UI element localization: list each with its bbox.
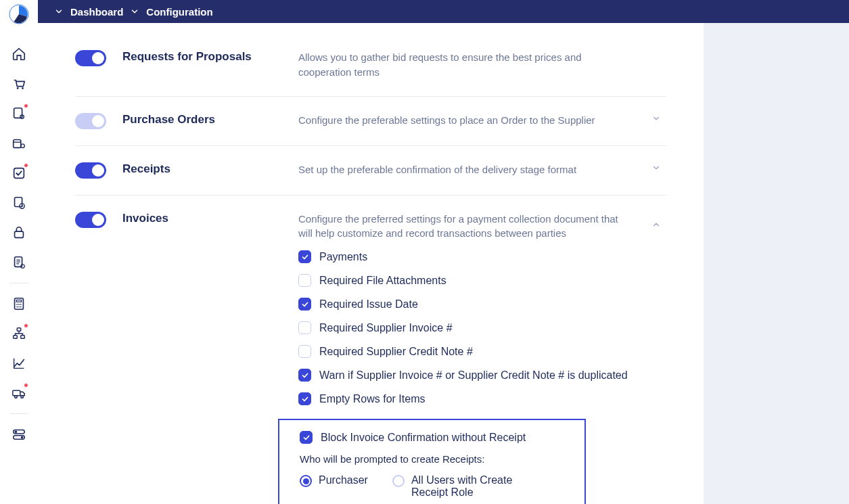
section-description: Configure the preferred settings for a p… — [298, 212, 646, 242]
checkbox-icon[interactable] — [298, 369, 311, 382]
checkbox-option[interactable]: Block Invoice Confirmation without Recei… — [300, 431, 576, 444]
svg-rect-3 — [14, 108, 22, 118]
config-panel: Requests for ProposalsAllows you to gath… — [38, 23, 704, 504]
section-title: Requests for Proposals — [122, 50, 292, 64]
sidebar — [0, 0, 38, 504]
checkbox-icon[interactable] — [298, 250, 311, 263]
notification-badge — [24, 383, 28, 388]
svg-rect-25 — [13, 390, 20, 395]
home-icon[interactable] — [6, 39, 32, 69]
svg-rect-9 — [15, 198, 22, 207]
chevron-down-icon[interactable] — [651, 114, 661, 126]
cart-icon[interactable] — [6, 69, 32, 99]
radio-icon[interactable] — [392, 475, 405, 487]
checkbox-label: Required Supplier Invoice # — [319, 322, 453, 334]
notification-badge — [24, 104, 28, 108]
notification-badge — [24, 163, 28, 168]
svg-rect-22 — [17, 328, 21, 331]
checkbox-label: Payments — [319, 251, 367, 263]
chart-line-icon[interactable] — [6, 348, 32, 378]
checkbox-option[interactable]: Empty Rows for Items — [298, 392, 628, 405]
toggle-icon[interactable] — [6, 419, 32, 449]
config-section-receipts: ReceiptsSet up the preferable confirmati… — [75, 146, 666, 196]
top-breadcrumb-bar: Dashboard Configuration — [38, 0, 849, 23]
toggle-rfp[interactable] — [75, 50, 106, 66]
doc-person-icon[interactable] — [6, 99, 32, 129]
doc-list-icon[interactable] — [6, 248, 32, 277]
chevron-up-icon[interactable] — [651, 220, 661, 232]
sidebar-divider — [9, 413, 28, 414]
svg-point-17 — [18, 304, 20, 305]
section-title: Invoices — [122, 212, 292, 225]
org-chart-icon[interactable] — [6, 319, 32, 348]
radio-option[interactable]: Purchaser — [300, 474, 368, 499]
box-person-icon[interactable] — [6, 129, 32, 158]
checkbox-icon[interactable] — [6, 158, 32, 188]
checkbox-label: Empty Rows for Items — [319, 393, 425, 405]
radio-option[interactable]: All Users with Create Receipt Role — [392, 474, 528, 499]
notification-badge — [24, 323, 28, 328]
chevron-down-icon[interactable] — [651, 163, 661, 175]
radio-label: Purchaser — [319, 474, 368, 486]
checkbox-label: Required Supplier Credit Note # — [319, 346, 473, 358]
checkbox-icon[interactable] — [298, 345, 311, 358]
checkbox-label: Warn if Supplier Invoice # or Supplier C… — [319, 369, 628, 382]
truck-icon[interactable] — [6, 378, 32, 408]
svg-rect-11 — [15, 231, 24, 237]
checkbox-icon[interactable] — [298, 392, 311, 405]
checkbox-option[interactable]: Required Supplier Credit Note # — [298, 345, 628, 358]
checkbox-icon[interactable] — [298, 321, 311, 334]
config-section-invoices: InvoicesConfigure the preferred settings… — [75, 196, 666, 505]
svg-point-1 — [17, 87, 19, 89]
svg-rect-8 — [14, 168, 24, 179]
svg-point-5 — [22, 116, 23, 117]
breadcrumb-item[interactable]: Dashboard — [70, 6, 123, 18]
checkbox-label: Block Invoice Confirmation without Recei… — [321, 432, 526, 444]
svg-point-26 — [15, 396, 18, 398]
svg-point-29 — [15, 431, 18, 434]
highlight-box: Block Invoice Confirmation without Recei… — [278, 419, 586, 504]
checkbox-icon[interactable] — [298, 274, 311, 287]
checkbox-label: Required Issue Date — [319, 298, 418, 311]
svg-rect-6 — [14, 140, 21, 148]
section-description: Configure the preferable settings to pla… — [298, 113, 646, 128]
doc-clock-icon[interactable] — [6, 188, 32, 218]
checkbox-icon[interactable] — [298, 298, 311, 311]
sidebar-divider — [9, 283, 28, 283]
toggle-po[interactable] — [75, 113, 106, 129]
checkbox-icon[interactable] — [300, 431, 313, 444]
content-area: Requests for ProposalsAllows you to gath… — [38, 23, 849, 504]
breadcrumb-item[interactable]: Configuration — [146, 6, 212, 18]
toggle-receipts[interactable] — [75, 162, 106, 179]
checkbox-option[interactable]: Payments — [298, 250, 628, 263]
checkbox-option[interactable]: Warn if Supplier Invoice # or Supplier C… — [298, 369, 628, 382]
lock-icon[interactable] — [6, 218, 32, 248]
svg-point-21 — [20, 306, 22, 308]
svg-point-27 — [21, 396, 24, 398]
section-title: Purchase Orders — [122, 113, 292, 127]
section-title: Receipts — [122, 162, 292, 176]
svg-rect-15 — [16, 300, 21, 302]
radio-icon[interactable] — [300, 475, 312, 487]
svg-rect-24 — [21, 336, 25, 339]
checkbox-option[interactable]: Required Issue Date — [298, 298, 628, 311]
section-description: Set up the preferable confirmation of th… — [298, 162, 646, 177]
checkbox-option[interactable]: Required File Attachments — [298, 274, 628, 287]
svg-point-7 — [21, 144, 25, 148]
config-section-rfp: Requests for ProposalsAllows you to gath… — [75, 34, 666, 97]
chevron-down-icon[interactable] — [54, 7, 64, 16]
prompt-label: Who will be prompted to create Receipts: — [300, 453, 576, 465]
section-description: Allows you to gather bid requests to ens… — [298, 50, 646, 80]
radio-label: All Users with Create Receipt Role — [411, 474, 528, 499]
checkbox-label: Required File Attachments — [319, 275, 446, 287]
config-section-po: Purchase OrdersConfigure the preferable … — [75, 97, 666, 146]
calculator-icon[interactable] — [6, 289, 32, 319]
svg-point-18 — [20, 304, 22, 305]
svg-point-31 — [21, 436, 24, 439]
svg-point-20 — [18, 306, 20, 308]
checkbox-option[interactable]: Required Supplier Invoice # — [298, 321, 628, 334]
app-logo[interactable] — [9, 4, 29, 24]
chevron-down-icon[interactable] — [130, 7, 139, 16]
svg-point-16 — [16, 304, 18, 305]
toggle-invoices[interactable] — [75, 212, 106, 228]
